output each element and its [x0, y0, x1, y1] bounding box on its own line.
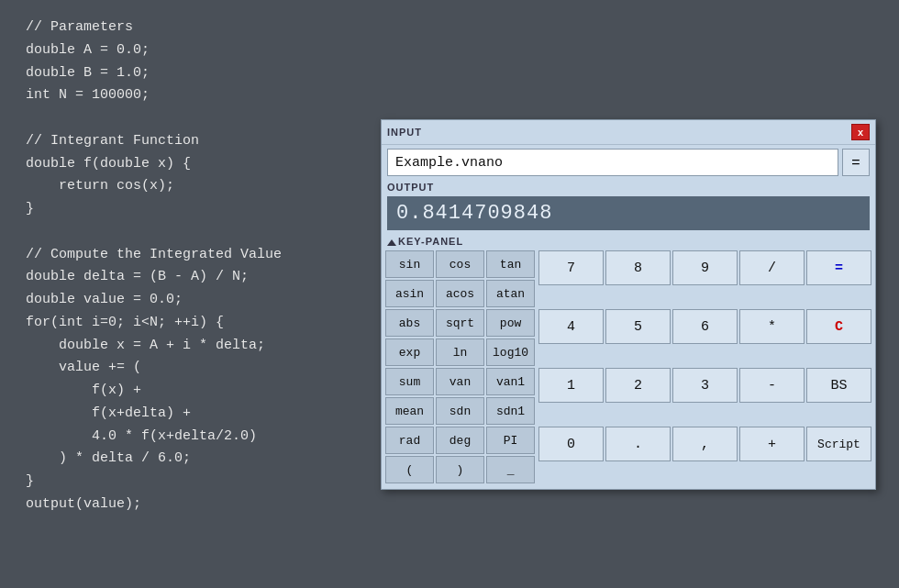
- func-buttons-grid: sincostanasinacosatanabssqrtpowexplnlog1…: [385, 250, 535, 483]
- num-btn-2[interactable]: 2: [605, 368, 671, 403]
- num-btn-x[interactable]: *: [739, 309, 805, 344]
- func-btn-abs[interactable]: abs: [385, 309, 434, 337]
- func-btn-[interactable]: ): [436, 456, 484, 483]
- calculator-window: INPUT x = OUTPUT 0.8414709848 KEY-PANEL …: [381, 119, 876, 490]
- num-btn-8[interactable]: 8: [605, 250, 671, 285]
- num-btn-x[interactable]: =: [806, 250, 871, 285]
- func-btn-mean[interactable]: mean: [385, 397, 434, 425]
- close-button[interactable]: x: [851, 124, 870, 140]
- func-btn-sdn[interactable]: sdn: [436, 397, 484, 425]
- func-btn-van1[interactable]: van1: [486, 368, 535, 395]
- output-display: 0.8414709848: [387, 196, 870, 230]
- output-label: OUTPUT: [382, 180, 875, 193]
- input-row: =: [382, 145, 875, 180]
- keypanel: sincostanasinacosatanabssqrtpowexplnlog1…: [382, 250, 875, 489]
- func-btn-[interactable]: _: [486, 456, 535, 483]
- num-btn-9[interactable]: 9: [672, 250, 738, 285]
- num-btn-Script[interactable]: Script: [806, 427, 871, 461]
- func-btn-cos[interactable]: cos: [436, 250, 484, 278]
- func-btn-[interactable]: (: [385, 456, 434, 483]
- func-btn-sqrt[interactable]: sqrt: [436, 309, 484, 337]
- num-btn-4[interactable]: 4: [538, 309, 604, 344]
- func-btn-ln[interactable]: ln: [436, 338, 484, 366]
- num-btn-x[interactable]: +: [739, 427, 805, 461]
- num-btn-0[interactable]: 0: [538, 427, 604, 461]
- func-btn-log10[interactable]: log10: [486, 338, 535, 366]
- num-btn-C[interactable]: C: [806, 309, 871, 344]
- num-btn-x[interactable]: -: [739, 368, 805, 403]
- equals-button[interactable]: =: [842, 149, 870, 176]
- input-label: INPUT: [387, 127, 422, 138]
- keypanel-toggle[interactable]: KEY-PANEL: [382, 234, 875, 250]
- num-btn-7[interactable]: 7: [538, 250, 604, 285]
- func-btn-PI[interactable]: PI: [486, 427, 535, 454]
- func-btn-van[interactable]: van: [436, 368, 484, 395]
- num-btn-x[interactable]: .: [605, 427, 671, 461]
- triangle-icon: [387, 239, 396, 246]
- func-btn-pow[interactable]: pow: [486, 309, 535, 337]
- func-btn-asin[interactable]: asin: [385, 280, 434, 307]
- num-btn-1[interactable]: 1: [538, 368, 604, 403]
- num-btn-5[interactable]: 5: [605, 309, 671, 344]
- input-field[interactable]: [387, 149, 838, 176]
- num-btn-x[interactable]: ,: [672, 427, 738, 461]
- num-btn-6[interactable]: 6: [672, 309, 738, 344]
- func-btn-acos[interactable]: acos: [436, 280, 484, 307]
- calc-titlebar: INPUT x: [382, 120, 875, 145]
- func-btn-rad[interactable]: rad: [385, 427, 434, 454]
- func-btn-tan[interactable]: tan: [486, 250, 535, 278]
- num-btn-x[interactable]: /: [739, 250, 805, 285]
- func-btn-exp[interactable]: exp: [385, 338, 434, 366]
- func-btn-sum[interactable]: sum: [385, 368, 434, 395]
- num-btn-BS[interactable]: BS: [806, 368, 871, 403]
- num-buttons-grid: 789/=456*C123-BS0.,+Script: [538, 250, 871, 483]
- func-btn-atan[interactable]: atan: [486, 280, 535, 307]
- num-btn-3[interactable]: 3: [672, 368, 738, 403]
- func-btn-deg[interactable]: deg: [436, 427, 484, 454]
- func-btn-sdn1[interactable]: sdn1: [486, 397, 535, 425]
- func-btn-sin[interactable]: sin: [385, 250, 434, 278]
